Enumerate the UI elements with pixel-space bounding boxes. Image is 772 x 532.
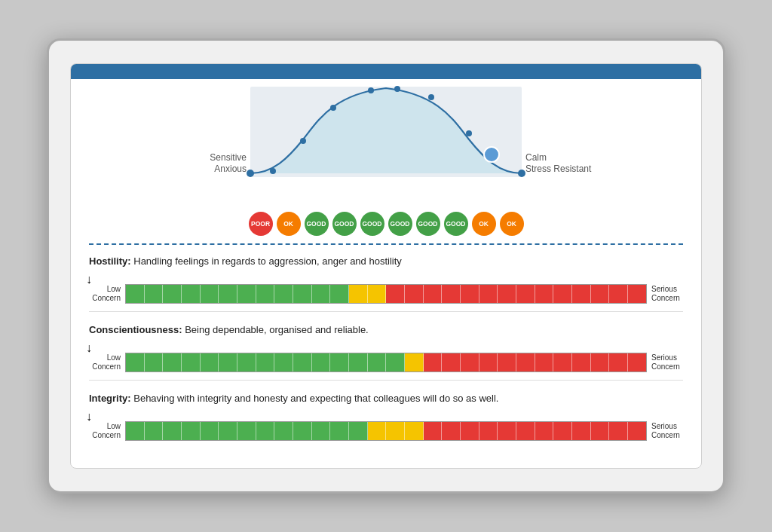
bar-cell-21	[516, 285, 535, 303]
bar-label-left-hostility: LowConcern	[89, 285, 121, 303]
bar-cell-9	[293, 353, 312, 371]
svg-text:Calm: Calm	[525, 152, 547, 163]
bar-cell-1	[145, 285, 164, 303]
bar-cell-0	[126, 285, 145, 303]
bar-cell-24	[572, 353, 591, 371]
bar-integrity	[125, 421, 647, 441]
bar-cell-8	[274, 422, 293, 440]
bar-cell-19	[479, 353, 498, 371]
bar-hostility	[125, 284, 647, 304]
bar-cell-6	[237, 422, 256, 440]
svg-point-10	[518, 170, 525, 177]
section-integrity: Integrity: Behaving with integrity and h…	[89, 393, 683, 441]
bar-cell-7	[256, 422, 275, 440]
bar-cell-10	[312, 285, 331, 303]
bar-cell-5	[219, 285, 237, 303]
bar-cell-25	[591, 285, 610, 303]
svg-point-8	[484, 147, 499, 162]
bar-cell-9	[293, 422, 312, 440]
bar-cell-1	[145, 422, 164, 440]
bar-cell-10	[312, 422, 331, 440]
bar-cell-27	[628, 422, 646, 440]
svg-point-1	[270, 168, 276, 174]
bar-cell-26	[609, 422, 628, 440]
bar-cell-17	[442, 285, 461, 303]
bell-curve-chart: Sensitive Anxious Calm Stress Resistant	[175, 79, 597, 207]
bar-cell-20	[498, 422, 516, 440]
bar-cell-5	[219, 422, 237, 440]
bar-cell-2	[163, 422, 182, 440]
bar-cell-24	[572, 422, 591, 440]
bar-cell-5	[219, 353, 237, 371]
device-frame: Sensitive Anxious Calm Stress Resistant …	[47, 38, 725, 494]
bar-cell-20	[498, 285, 516, 303]
badge-5: Good	[388, 212, 412, 236]
bar-cell-24	[572, 285, 591, 303]
bar-cell-27	[628, 353, 646, 371]
bar-cell-7	[256, 353, 275, 371]
bar-cell-16	[424, 422, 443, 440]
bar-label-left-conscientiousness: LowConcern	[89, 353, 121, 371]
bar-row-conscientiousness: LowConcernSeriousConcern	[89, 353, 683, 372]
bar-cell-3	[182, 422, 201, 440]
bar-cell-6	[237, 285, 256, 303]
badge-6: Good	[416, 212, 440, 236]
bar-cell-13	[368, 422, 387, 440]
bar-cell-11	[330, 422, 349, 440]
bar-cell-2	[163, 353, 182, 371]
main-card: Sensitive Anxious Calm Stress Resistant …	[70, 63, 702, 469]
bar-cell-21	[516, 422, 535, 440]
dashed-divider	[89, 243, 683, 245]
badge-4: Good	[360, 212, 384, 236]
section-hostility: Hostility: Handling feelings in regards …	[89, 255, 683, 312]
sections-container: Hostility: Handling feelings in regards …	[89, 255, 683, 441]
bar-label-right-hostility: SeriousConcern	[651, 285, 683, 303]
bar-cell-3	[182, 353, 201, 371]
svg-text:Sensitive: Sensitive	[210, 152, 247, 163]
badge-2: Good	[305, 212, 329, 236]
bar-conscientiousness	[125, 353, 647, 372]
bar-cell-25	[591, 353, 610, 371]
bar-cell-26	[609, 285, 628, 303]
badge-8: OK	[472, 212, 496, 236]
badge-0: Poor	[249, 212, 273, 236]
bar-cell-12	[349, 422, 368, 440]
bar-cell-22	[535, 285, 554, 303]
bar-cell-12	[349, 285, 368, 303]
arrow-row-conscientiousness: ↓	[89, 340, 683, 352]
bar-cell-15	[405, 285, 424, 303]
bar-cell-16	[424, 353, 443, 371]
svg-point-4	[368, 87, 374, 93]
svg-text:Anxious: Anxious	[214, 164, 247, 174]
bar-cell-21	[516, 353, 535, 371]
section-title-hostility: Hostility: Handling feelings in regards …	[89, 255, 683, 267]
bar-cell-9	[293, 285, 312, 303]
section-sep-0	[89, 311, 683, 312]
bar-cell-10	[312, 353, 331, 371]
bar-cell-23	[553, 422, 572, 440]
bar-cell-1	[145, 353, 164, 371]
bar-cell-8	[274, 353, 293, 371]
bar-cell-17	[442, 422, 461, 440]
svg-point-7	[466, 130, 472, 136]
badge-7: Good	[444, 212, 468, 236]
bar-cell-22	[535, 422, 554, 440]
bar-cell-18	[461, 353, 479, 371]
bar-cell-11	[330, 285, 349, 303]
bar-label-right-conscientiousness: SeriousConcern	[651, 353, 683, 371]
bar-row-integrity: LowConcernSeriousConcern	[89, 421, 683, 441]
bar-cell-19	[479, 285, 498, 303]
svg-point-9	[247, 170, 254, 177]
svg-text:Stress Resistant: Stress Resistant	[525, 164, 592, 174]
badges-row: PoorOKGoodGoodGoodGoodGoodGoodOKOK	[89, 212, 683, 236]
bar-label-left-integrity: LowConcern	[89, 422, 121, 440]
bar-cell-4	[201, 353, 219, 371]
bar-cell-25	[591, 422, 610, 440]
bar-cell-4	[201, 285, 219, 303]
bar-cell-26	[609, 353, 628, 371]
bar-cell-14	[386, 422, 405, 440]
arrow-row-hostility: ↓	[89, 271, 683, 283]
badge-1: OK	[277, 212, 301, 236]
bar-cell-27	[628, 285, 646, 303]
bar-cell-8	[274, 285, 293, 303]
